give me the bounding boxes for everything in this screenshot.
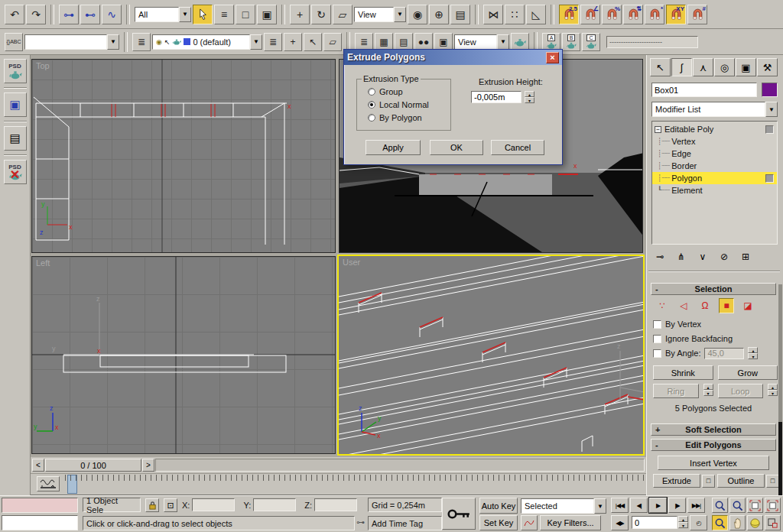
array-button[interactable]: ∷ bbox=[505, 5, 525, 24]
vertex-mode-button[interactable]: ∵ bbox=[655, 298, 670, 313]
open-mini-curve-editor-button[interactable] bbox=[37, 476, 60, 491]
play-button[interactable]: ▶ bbox=[649, 498, 667, 513]
maxscript-mini-listener-white[interactable] bbox=[2, 515, 78, 530]
layer-visibility-eye-icon[interactable]: ◉ bbox=[156, 38, 162, 46]
apply-button[interactable]: Apply bbox=[366, 140, 421, 155]
radio-local-normal-row[interactable]: Local Normal bbox=[368, 98, 446, 111]
configure-modifier-sets-button[interactable]: ⊞ bbox=[737, 249, 754, 264]
frame-spinner[interactable]: ▴▾ bbox=[678, 516, 688, 528]
tab-display[interactable]: ▣ bbox=[736, 58, 756, 76]
extrude-settings-button[interactable]: □ bbox=[702, 475, 715, 488]
zoom-extents-button[interactable] bbox=[747, 498, 763, 513]
loop-spinner[interactable]: ▴▾ bbox=[768, 384, 778, 398]
time-slider-track[interactable] bbox=[155, 459, 645, 472]
zoom-all-button[interactable] bbox=[729, 498, 746, 513]
x-coordinate-field[interactable] bbox=[192, 498, 235, 511]
new-layer-button[interactable]: ≣ bbox=[264, 33, 282, 51]
mirror-button[interactable]: ⋈ bbox=[483, 5, 503, 24]
panel-scrollbar[interactable] bbox=[778, 284, 782, 495]
ring-button[interactable]: Ring bbox=[653, 384, 699, 398]
tab-hierarchy[interactable]: ⋏ bbox=[693, 58, 713, 76]
render-type-dropdown[interactable]: View ▼ bbox=[454, 34, 509, 50]
material-editor-button[interactable]: ●● bbox=[414, 33, 433, 51]
render-type-arrow[interactable]: ▼ bbox=[497, 34, 509, 50]
selection-filter-dropdown[interactable]: All ▼ bbox=[135, 7, 191, 22]
time-slider-prev-button[interactable]: < bbox=[32, 459, 44, 472]
render-preset-b-button[interactable]: B bbox=[562, 33, 580, 51]
arc-rotate-button[interactable] bbox=[747, 515, 763, 530]
show-end-result-button[interactable]: ⋔ bbox=[673, 249, 690, 264]
polygon-mode-button[interactable]: ■ bbox=[719, 298, 734, 313]
ok-button[interactable]: OK bbox=[430, 140, 483, 155]
key-filter-selection-dropdown[interactable]: Selected ▼ bbox=[521, 498, 606, 514]
select-link-button[interactable]: ⊶ bbox=[59, 5, 79, 24]
redo-button[interactable]: ↷ bbox=[26, 5, 46, 24]
stack-item-editable-poly[interactable]: − Editable Poly bbox=[652, 123, 777, 135]
stack-item-border[interactable]: ┊┈┈Border bbox=[652, 160, 777, 172]
stack-item-edge[interactable]: ┊┈┈Edge bbox=[652, 148, 777, 160]
window-crossing-button[interactable]: ▣ bbox=[257, 5, 277, 24]
display-properties-button[interactable]: ▣ bbox=[4, 92, 27, 117]
next-frame-button[interactable]: |▶ bbox=[668, 498, 686, 513]
named-selection-dropdown[interactable]: ▼ bbox=[24, 34, 119, 50]
grid-snap-button[interactable]: # bbox=[687, 5, 707, 24]
select-manipulate-button[interactable]: ⊕ bbox=[429, 5, 449, 24]
named-selection-arrow[interactable]: ▼ bbox=[107, 34, 119, 50]
go-to-start-button[interactable]: |◀◀ bbox=[611, 498, 629, 513]
select-scale-button[interactable]: ▱ bbox=[333, 5, 353, 24]
psd-render-button[interactable]: PSD bbox=[4, 59, 27, 83]
extrude-button[interactable]: Extrude bbox=[653, 474, 700, 488]
modifier-gizmo-swatch[interactable] bbox=[765, 125, 774, 134]
render-preset-c-button[interactable]: C bbox=[582, 33, 600, 51]
maxscript-mini-listener-pink[interactable] bbox=[2, 498, 78, 513]
snap-freeze-button[interactable]: * bbox=[645, 5, 664, 24]
viewport-user-active[interactable]: User z bbox=[337, 255, 645, 456]
selection-lock-toggle[interactable] bbox=[145, 498, 159, 512]
min-max-toggle-button[interactable] bbox=[765, 515, 781, 530]
soft-selection-rollout-header[interactable]: + Soft Selection bbox=[651, 423, 776, 436]
zoom-extents-all-button[interactable] bbox=[765, 498, 781, 513]
viewport-top[interactable]: Top x y x z bbox=[31, 59, 336, 253]
undo-button[interactable]: ↶ bbox=[5, 5, 24, 24]
modifier-gizmo-swatch[interactable] bbox=[765, 174, 774, 183]
time-configuration-button[interactable]: ◴ bbox=[690, 515, 707, 530]
viewport-left-label[interactable]: Left bbox=[36, 258, 50, 268]
z-coordinate-field[interactable] bbox=[314, 498, 357, 511]
absolute-offset-toggle[interactable]: ⊡ bbox=[164, 498, 177, 512]
current-frame-field[interactable] bbox=[632, 516, 677, 529]
tab-utilities[interactable]: ⚒ bbox=[757, 58, 778, 76]
parameter-sheet-button[interactable]: ▤ bbox=[4, 126, 27, 151]
add-to-layer-button[interactable]: + bbox=[284, 33, 302, 51]
key-filter-selection-arrow[interactable]: ▼ bbox=[594, 498, 606, 514]
angle-snap-button[interactable]: ∠ bbox=[580, 5, 600, 24]
reference-coordinate-arrow[interactable]: ▼ bbox=[394, 7, 406, 22]
outline-button[interactable]: Outline bbox=[717, 474, 765, 488]
go-to-end-button[interactable]: ▶▶| bbox=[687, 498, 705, 513]
tab-modify[interactable]: ∫ bbox=[671, 58, 692, 76]
by-angle-checkbox[interactable] bbox=[653, 349, 661, 358]
select-move-button[interactable]: + bbox=[290, 5, 310, 24]
auto-key-button[interactable]: Auto Key bbox=[479, 498, 518, 514]
by-polygon-radio[interactable] bbox=[368, 114, 375, 122]
extrusion-height-spinner[interactable]: ▴▾ bbox=[525, 91, 534, 103]
add-time-tag[interactable]: Add Time Tag bbox=[368, 516, 442, 530]
default-in-out-tangents-button[interactable] bbox=[521, 515, 538, 530]
layer-list-button[interactable]: ≣ bbox=[355, 33, 373, 51]
edge-mode-button[interactable]: ◁ bbox=[676, 298, 691, 313]
ring-spinner[interactable]: ▴▾ bbox=[703, 384, 713, 398]
communications-icon[interactable]: ⊶ bbox=[356, 517, 365, 527]
region-zoom-button[interactable] bbox=[712, 515, 728, 530]
set-keys-button[interactable] bbox=[442, 498, 476, 530]
layer-color-swatch[interactable] bbox=[184, 38, 190, 45]
local-normal-radio-checked[interactable] bbox=[368, 101, 375, 109]
percent-snap-button[interactable]: % bbox=[602, 5, 622, 24]
render-preset-a-button[interactable]: A bbox=[542, 33, 560, 51]
dialog-close-button[interactable]: × bbox=[546, 52, 559, 63]
layer-dropdown-arrow[interactable]: ▼ bbox=[250, 34, 262, 50]
current-layer-widget[interactable]: ◉ ↖ 0 (default) ▼ bbox=[152, 34, 262, 50]
unlink-button[interactable]: ⊷ bbox=[80, 5, 100, 24]
selection-rollout-header[interactable]: - Selection bbox=[651, 283, 776, 295]
previous-frame-button[interactable]: ◀| bbox=[630, 498, 648, 513]
axis-constraint-xy-button[interactable]: XY bbox=[666, 5, 686, 24]
named-selection-sets-button[interactable]: {} ABC bbox=[5, 33, 23, 51]
